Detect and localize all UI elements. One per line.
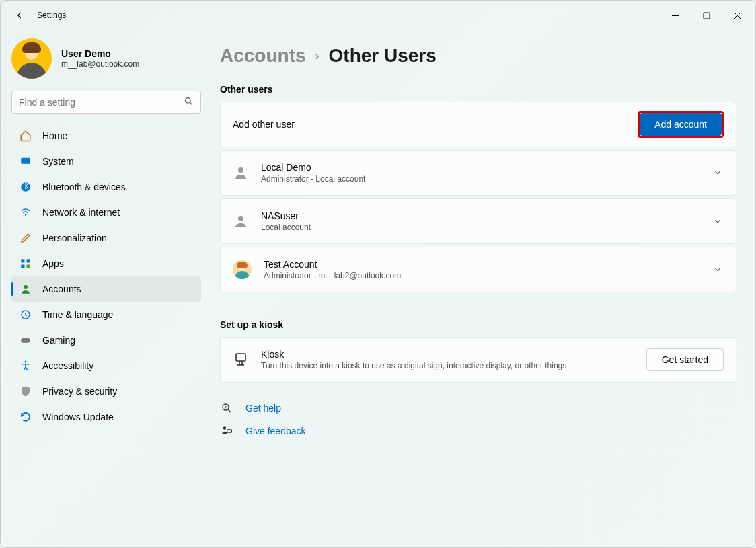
kiosk-name: Kiosk (261, 349, 634, 360)
avatar (11, 38, 52, 79)
sidebar-item-label: Time & language (42, 309, 113, 320)
kiosk-icon (233, 352, 249, 368)
user-name: NASuser (261, 210, 700, 221)
svg-rect-10 (27, 259, 30, 262)
add-user-label: Add other user (233, 119, 626, 130)
sidebar-item-accessibility[interactable]: Accessibility (11, 353, 201, 379)
kiosk-get-started-button[interactable]: Get started (646, 348, 724, 371)
profile-block[interactable]: User Demo m__lab@outlook.com (11, 36, 201, 91)
chevron-down-icon[interactable] (712, 167, 724, 179)
sidebar-item-label: Accessibility (42, 360, 93, 371)
caption-controls (660, 5, 753, 26)
svg-point-17 (238, 167, 243, 173)
user-row[interactable]: NASuser Local account (220, 198, 736, 244)
help-icon: ? (220, 401, 233, 415)
gamepad-icon (20, 334, 32, 346)
accessibility-icon (20, 360, 32, 372)
sidebar-item-apps[interactable]: Apps (11, 251, 201, 276)
kiosk-desc: Turn this device into a kiosk to use as … (261, 361, 634, 370)
sidebar-item-label: Bluetooth & devices (42, 182, 126, 192)
clock-icon (20, 309, 32, 321)
svg-point-16 (25, 361, 27, 363)
sidebar-item-label: Network & internet (42, 207, 120, 218)
user-name: Test Account (264, 259, 700, 270)
sidebar-item-label: Gaming (42, 335, 75, 346)
search-input[interactable] (19, 97, 184, 108)
sidebar-item-network[interactable]: Network & internet (11, 200, 201, 225)
breadcrumb: Accounts › Other Users (220, 45, 736, 67)
sidebar-item-system[interactable]: System (11, 149, 201, 174)
close-button[interactable] (722, 5, 753, 26)
person-icon (20, 283, 32, 295)
chevron-right-icon: › (315, 49, 319, 63)
svg-point-4 (186, 97, 191, 103)
sidebar-item-home[interactable]: Home (11, 123, 201, 149)
person-icon (233, 213, 249, 229)
profile-name: User Demo (61, 48, 139, 59)
svg-point-8 (25, 214, 26, 216)
back-button[interactable] (9, 5, 30, 26)
svg-point-22 (223, 426, 227, 430)
sidebar-item-label: Privacy & security (42, 386, 117, 397)
sidebar-item-label: Windows Update (42, 412, 114, 422)
sidebar-item-privacy[interactable]: Privacy & security (11, 379, 201, 404)
chevron-down-icon[interactable] (712, 264, 724, 276)
maximize-button[interactable] (691, 5, 722, 26)
svg-rect-19 (236, 354, 245, 361)
search-icon (184, 96, 194, 109)
sidebar: User Demo m__lab@outlook.com Home System… (1, 30, 209, 547)
section-title-kiosk: Set up a kiosk (220, 319, 736, 330)
sidebar-item-label: Accounts (42, 284, 81, 295)
bluetooth-icon (20, 181, 32, 193)
svg-point-13 (24, 285, 28, 289)
sidebar-item-label: Personalization (42, 233, 107, 243)
svg-rect-11 (21, 265, 24, 268)
main-content: Accounts › Other Users Other users Add o… (209, 30, 755, 547)
chevron-down-icon[interactable] (712, 215, 724, 227)
sidebar-item-accounts[interactable]: Accounts (11, 276, 201, 302)
feedback-link-row: Give feedback (220, 424, 736, 438)
sidebar-item-gaming[interactable]: Gaming (11, 327, 201, 353)
help-link-row: ? Get help (220, 401, 736, 415)
sidebar-item-update[interactable]: Windows Update (11, 404, 201, 430)
footer-links: ? Get help Give feedback (220, 401, 736, 438)
avatar-icon (233, 260, 252, 279)
svg-rect-15 (21, 338, 30, 343)
user-row[interactable]: Test Account Administrator - m__lab2@out… (220, 247, 736, 292)
kiosk-card: Kiosk Turn this device into a kiosk to u… (220, 337, 736, 383)
sidebar-item-label: System (42, 156, 74, 167)
user-detail: Local account (261, 223, 700, 232)
wifi-icon (20, 206, 32, 219)
profile-email: m__lab@outlook.com (61, 59, 139, 69)
minimize-button[interactable] (660, 5, 691, 26)
sidebar-item-label: Home (42, 130, 67, 141)
add-user-card: Add other user Add account (220, 102, 736, 147)
feedback-link[interactable]: Give feedback (245, 426, 306, 436)
search-box[interactable] (11, 91, 201, 114)
brush-icon (20, 232, 32, 244)
titlebar: Settings (1, 1, 755, 30)
feedback-icon (220, 424, 233, 438)
window-title: Settings (37, 11, 66, 20)
svg-rect-6 (21, 158, 30, 164)
svg-point-18 (238, 216, 243, 221)
svg-rect-1 (704, 13, 710, 19)
svg-line-5 (190, 102, 192, 104)
home-icon (20, 130, 32, 142)
add-account-button[interactable]: Add account (640, 113, 722, 136)
nav-list: Home System Bluetooth & devices Network … (11, 123, 201, 430)
svg-text:?: ? (225, 405, 227, 409)
breadcrumb-current: Other Users (329, 45, 437, 67)
user-name: Local Demo (261, 162, 700, 173)
system-icon (20, 155, 32, 167)
highlight-marker: Add account (638, 111, 724, 138)
help-link[interactable]: Get help (245, 403, 281, 414)
breadcrumb-parent[interactable]: Accounts (220, 45, 306, 67)
sidebar-item-personalization[interactable]: Personalization (11, 225, 201, 251)
svg-rect-23 (227, 430, 232, 433)
sidebar-item-time[interactable]: Time & language (11, 302, 201, 327)
user-row[interactable]: Local Demo Administrator - Local account (220, 150, 736, 196)
svg-rect-12 (27, 265, 30, 268)
user-detail: Administrator - Local account (261, 174, 700, 184)
sidebar-item-bluetooth[interactable]: Bluetooth & devices (11, 174, 201, 200)
